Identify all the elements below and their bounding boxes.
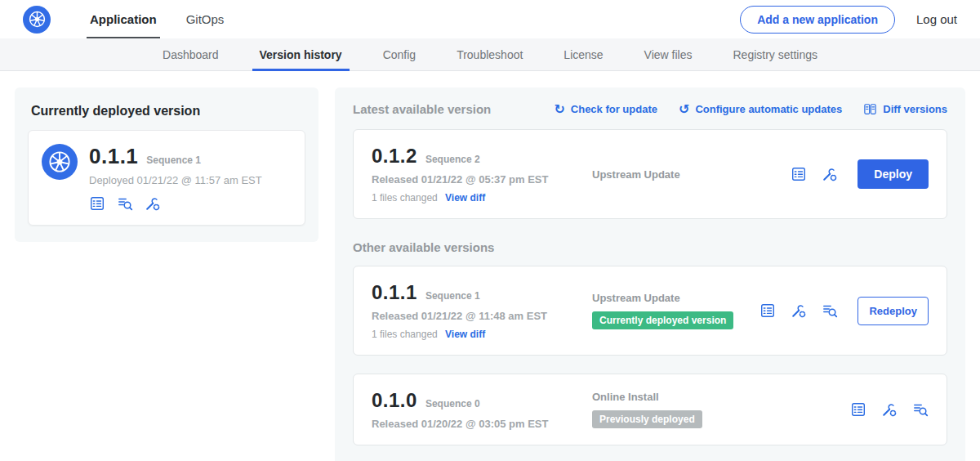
version-number: 0.1.0 <box>372 389 417 412</box>
version-released: Released 01/21/22 @ 05:37 pm EST <box>372 173 586 186</box>
version-source-block: Upstream Update <box>586 168 791 181</box>
subnav-troubleshoot[interactable]: Troubleshoot <box>436 38 543 70</box>
deploy-button[interactable]: Deploy <box>858 159 929 189</box>
view-diff-link[interactable]: View diff <box>445 329 485 340</box>
version-actions <box>850 401 929 418</box>
refresh-icon: ↻ <box>554 103 564 116</box>
version-row-012: 0.1.2 Sequence 2 Released 01/21/22 @ 05:… <box>353 129 947 219</box>
version-source: Online Install <box>592 391 850 403</box>
release-notes-icon[interactable] <box>850 401 866 418</box>
header-right: Add a new application Log out <box>740 6 957 34</box>
release-notes-icon[interactable] <box>760 302 776 319</box>
diff-search-icon[interactable] <box>912 401 929 418</box>
subnav-config[interactable]: Config <box>363 38 436 70</box>
previously-deployed-badge: Previously deployed <box>592 410 702 428</box>
version-number: 0.1.2 <box>372 145 417 168</box>
currently-deployed-panel: Currently deployed version 0.1.1 Sequenc… <box>15 87 318 242</box>
app-subnav: Dashboard Version history Config Trouble… <box>0 38 980 71</box>
subnav-dashboard-label: Dashboard <box>163 48 219 61</box>
deployed-panel-title: Currently deployed version <box>31 104 305 119</box>
add-application-button[interactable]: Add a new application <box>740 6 895 34</box>
subnav-registry-settings-label: Registry settings <box>733 48 817 61</box>
subnav-config-label: Config <box>383 48 416 61</box>
deployed-version-info: 0.1.1 Sequence 1 Deployed 01/21/22 @ 11:… <box>89 144 262 212</box>
deployed-version-number: 0.1.1 <box>89 144 138 169</box>
subnav-dashboard[interactable]: Dashboard <box>142 38 239 70</box>
subnav-troubleshoot-label: Troubleshoot <box>457 48 523 61</box>
auto-update-icon: ↺ <box>679 103 689 116</box>
deployed-sequence: Sequence 1 <box>146 154 201 166</box>
config-wrench-icon[interactable] <box>881 401 898 418</box>
subnav-license-label: License <box>564 48 603 61</box>
version-row-011: 0.1.1 Sequence 1 Released 01/21/22 @ 11:… <box>353 266 947 356</box>
subnav-registry-settings[interactable]: Registry settings <box>713 38 838 70</box>
version-sequence: Sequence 2 <box>425 154 480 165</box>
tab-application[interactable]: Application <box>75 0 172 38</box>
redeploy-button[interactable]: Redeploy <box>858 297 929 325</box>
configure-automatic-updates-label: Configure automatic updates <box>695 103 842 115</box>
deployed-timestamp: Deployed 01/21/22 @ 11:57 am EST <box>89 174 262 186</box>
config-wrench-icon[interactable] <box>822 166 838 182</box>
version-files: 1 files changed View diff <box>372 192 586 204</box>
subnav-version-history-label: Version history <box>260 48 342 61</box>
diff-versions-button[interactable]: Diff versions <box>863 102 947 116</box>
configure-automatic-updates-button[interactable]: ↺ Configure automatic updates <box>679 103 842 116</box>
files-changed: 1 files changed <box>372 329 438 340</box>
version-row-010: 0.1.0 Sequence 0 Released 01/20/22 @ 03:… <box>353 374 947 445</box>
latest-version-title: Latest available version <box>353 102 491 116</box>
version-source-block: Upstream Update Currently deployed versi… <box>586 292 760 329</box>
split-columns-icon <box>863 102 877 116</box>
check-for-update-label: Check for update <box>571 103 657 115</box>
config-wrench-icon[interactable] <box>145 195 161 212</box>
version-info: 0.1.0 Sequence 0 Released 01/20/22 @ 03:… <box>372 389 586 430</box>
versions-panel-actions: ↻ Check for update ↺ Configure automatic… <box>554 102 947 116</box>
subnav-license[interactable]: License <box>543 38 623 70</box>
currently-deployed-badge: Currently deployed version <box>592 311 733 329</box>
app-logo-icon <box>42 144 78 180</box>
main-content: Currently deployed version 0.1.1 Sequenc… <box>0 71 980 461</box>
version-source-block: Online Install Previously deployed <box>586 391 850 428</box>
version-source: Upstream Update <box>592 168 791 181</box>
config-wrench-icon[interactable] <box>791 302 807 319</box>
view-diff-link[interactable]: View diff <box>445 192 485 204</box>
version-info: 0.1.2 Sequence 2 Released 01/21/22 @ 05:… <box>372 145 586 204</box>
diff-versions-label: Diff versions <box>883 103 947 115</box>
version-number: 0.1.1 <box>372 281 417 304</box>
version-actions: Redeploy <box>760 297 929 325</box>
version-released: Released 01/20/22 @ 03:05 pm EST <box>372 418 586 430</box>
diff-search-icon[interactable] <box>117 195 133 212</box>
versions-panel: Latest available version ↻ Check for upd… <box>335 87 965 461</box>
release-notes-icon[interactable] <box>89 195 105 212</box>
version-files: 1 files changed View diff <box>372 329 586 340</box>
deployed-actions <box>89 195 262 212</box>
release-notes-icon[interactable] <box>791 166 807 182</box>
version-actions: Deploy <box>791 159 929 189</box>
versions-panel-header: Latest available version ↻ Check for upd… <box>353 102 947 116</box>
tab-gitops[interactable]: GitOps <box>172 0 239 38</box>
kubernetes-logo-icon <box>23 6 51 34</box>
diff-search-icon[interactable] <box>822 302 838 319</box>
tab-gitops-label: GitOps <box>186 12 225 26</box>
deployed-version-card: 0.1.1 Sequence 1 Deployed 01/21/22 @ 11:… <box>28 130 305 226</box>
logout-link[interactable]: Log out <box>916 12 957 26</box>
version-sequence: Sequence 1 <box>425 290 480 302</box>
tab-application-label: Application <box>90 12 157 26</box>
version-sequence: Sequence 0 <box>425 398 480 410</box>
version-source: Upstream Update <box>592 292 760 304</box>
main-tabs: Application GitOps <box>75 0 238 38</box>
version-released: Released 01/21/22 @ 11:48 am EST <box>372 310 586 322</box>
subnav-view-files[interactable]: View files <box>624 38 713 70</box>
other-versions-title: Other available versions <box>353 240 947 254</box>
version-info: 0.1.1 Sequence 1 Released 01/21/22 @ 11:… <box>372 281 586 340</box>
files-changed: 1 files changed <box>372 192 438 204</box>
subnav-view-files-label: View files <box>644 48 693 61</box>
app-header: Application GitOps Add a new application… <box>0 0 980 38</box>
check-for-update-button[interactable]: ↻ Check for update <box>554 103 657 116</box>
subnav-version-history[interactable]: Version history <box>239 38 363 70</box>
